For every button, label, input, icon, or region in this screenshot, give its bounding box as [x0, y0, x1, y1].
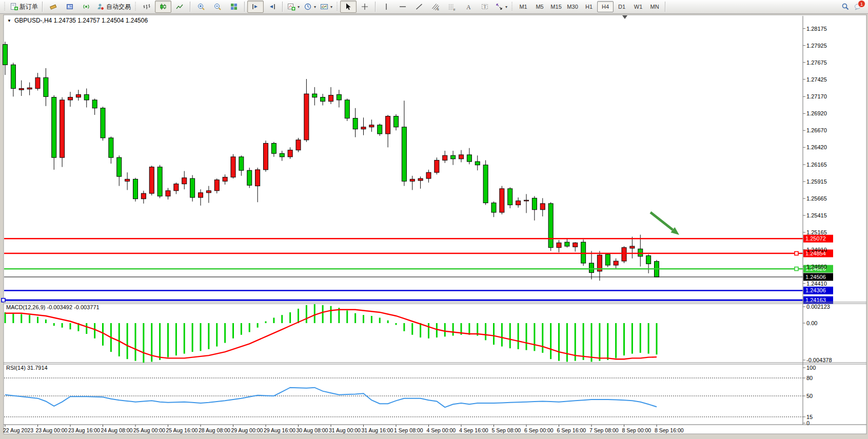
time-tick-label: 29 Aug 16:00: [264, 427, 295, 433]
arrows-button[interactable]: ▾: [493, 1, 509, 13]
candle-body: [402, 127, 406, 182]
timeframe-m30[interactable]: M30: [564, 1, 581, 12]
text-button[interactable]: A: [460, 1, 477, 13]
time-tick-label: 25 Aug 00:00: [133, 427, 165, 433]
time-tick-label: 31 Aug 00:00: [329, 427, 361, 433]
price-tag-label: 1.24506: [805, 274, 826, 280]
text-label-button[interactable]: T: [477, 1, 493, 13]
text-label-icon: T: [481, 3, 489, 11]
candle-body: [589, 263, 594, 272]
time-tick-label: 1 Sep 08:00: [394, 427, 423, 433]
navigator-button[interactable]: [62, 1, 78, 13]
main-toolbar: 新订单 自动交易: [0, 0, 868, 14]
timeframe-m15[interactable]: M15: [548, 1, 564, 12]
chart-shift-button[interactable]: [264, 1, 280, 13]
timeframe-m1[interactable]: M1: [515, 1, 531, 12]
market-watch-icon: [49, 3, 57, 11]
search-icon[interactable]: [841, 3, 850, 11]
templates-icon: [320, 3, 328, 11]
chart-canvas[interactable]: 1.250721.248541.246261.245061.243061.241…: [0, 0, 868, 439]
rsi-axis-label: 0: [806, 420, 810, 426]
time-tick-label: 6 Sep 16:00: [557, 427, 586, 433]
candle-body: [174, 184, 179, 191]
candlestick-chart-icon: [159, 3, 167, 11]
zoom-out-icon: [213, 3, 222, 11]
market-watch-button[interactable]: [45, 1, 62, 13]
line-handle[interactable]: [795, 267, 798, 271]
periods-button[interactable]: ▾: [302, 1, 318, 13]
candle-body: [101, 108, 105, 138]
macd-axis-label: 0.00: [806, 320, 817, 326]
tile-windows-button[interactable]: [226, 1, 242, 13]
candle-body: [312, 94, 317, 97]
auto-scroll-button[interactable]: [247, 1, 264, 13]
candle-body: [321, 97, 325, 102]
timeframe-m5[interactable]: M5: [531, 1, 548, 12]
bar-chart-icon: [143, 3, 151, 11]
price-tick-label: 1.24410: [806, 281, 827, 287]
periods-icon: [304, 3, 312, 11]
horizontal-line-button[interactable]: [394, 1, 411, 13]
price-tag-label: 1.24306: [805, 287, 826, 293]
price-tick-label: 1.26920: [806, 110, 827, 116]
cursor-button[interactable]: [340, 1, 357, 13]
time-tick-label: 31 Aug 16:00: [362, 427, 393, 433]
notifications-button[interactable]: 1: [854, 3, 862, 11]
timeframe-h1[interactable]: H1: [581, 1, 597, 12]
candle-body: [410, 179, 415, 181]
candle-body: [630, 246, 635, 248]
line-handle[interactable]: [2, 298, 5, 302]
new-order-button[interactable]: 新订单: [8, 1, 40, 13]
candle-body: [369, 125, 374, 127]
toolbar-grip[interactable]: [511, 2, 514, 11]
vertical-line-button[interactable]: [378, 1, 394, 13]
symbol-dropdown-icon[interactable]: ▼: [7, 18, 11, 23]
toolbar-grip[interactable]: [336, 2, 339, 11]
candle-body: [329, 95, 333, 102]
zoom-out-button[interactable]: [209, 1, 226, 13]
candle-body: [68, 97, 73, 100]
candle-body: [614, 261, 618, 265]
time-tick-label: 29 Aug 00:00: [231, 427, 263, 433]
templates-button[interactable]: ▾: [318, 1, 334, 13]
fibonacci-button[interactable]: F: [444, 1, 460, 13]
candle-body: [52, 97, 56, 157]
timeframe-h4[interactable]: H4: [597, 1, 614, 12]
candle-body: [418, 178, 423, 181]
candle-body: [426, 172, 431, 178]
candle-body: [239, 157, 244, 170]
candle-body: [581, 242, 586, 263]
timeframe-w1[interactable]: W1: [630, 1, 646, 12]
time-tick-label: 25 Aug 16:00: [166, 427, 198, 433]
chart-window[interactable]: 1.250721.248541.246261.245061.243061.241…: [0, 14, 868, 435]
timeframe-d1[interactable]: D1: [614, 1, 630, 12]
separator: [42, 2, 43, 12]
price-tick-label: 1.26670: [806, 127, 827, 133]
new-order-label: 新订单: [19, 3, 38, 11]
toolbar-grip[interactable]: [134, 2, 137, 11]
line-handle[interactable]: [795, 252, 798, 255]
candle-body: [443, 155, 447, 160]
indicators-button[interactable]: ▾: [285, 1, 302, 13]
zoom-in-button[interactable]: [193, 1, 209, 13]
terminal-button[interactable]: [78, 1, 94, 13]
candle-body: [288, 150, 292, 157]
trendline-button[interactable]: [411, 1, 427, 13]
candle-body: [157, 167, 162, 196]
svg-text:T: T: [484, 4, 487, 9]
autotrading-button[interactable]: 自动交易: [94, 1, 133, 13]
candle-body: [532, 198, 537, 209]
line-chart-button[interactable]: [171, 1, 188, 13]
candlestick-chart-button[interactable]: [155, 1, 171, 13]
toolbar-grip[interactable]: [4, 2, 6, 11]
crosshair-button[interactable]: [357, 1, 373, 13]
bar-chart-button[interactable]: [139, 1, 155, 13]
price-tick-label: 1.26420: [806, 144, 827, 150]
price-tick-label: 1.28175: [806, 26, 827, 32]
candle-body: [247, 170, 252, 185]
time-tick-label: 5 Sep 08:00: [492, 427, 521, 433]
equidistant-channel-button[interactable]: E: [427, 1, 444, 13]
candle-body: [109, 138, 113, 157]
price-tick-label: 1.25165: [806, 229, 827, 235]
timeframe-mn[interactable]: MN: [646, 1, 663, 12]
